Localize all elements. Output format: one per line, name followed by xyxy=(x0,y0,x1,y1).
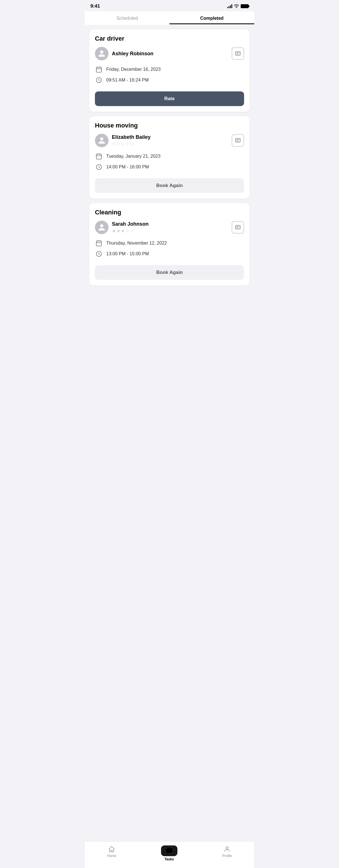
task-card-car-driver: Car driver Ashley Robinson xyxy=(89,29,250,112)
star-3-sarah: ★ xyxy=(121,228,125,234)
status-icons xyxy=(227,4,249,9)
provider-info-elizabeth: Elizabeth Bailey ☆ ☆ ☆ ☆ ☆ xyxy=(112,134,150,147)
task-title-house-moving: House moving xyxy=(95,122,244,129)
message-button-sarah[interactable] xyxy=(232,221,244,234)
bottom-nav: Home Tasks Profile xyxy=(85,841,254,868)
message-button-elizabeth[interactable] xyxy=(232,134,244,147)
svg-rect-8 xyxy=(96,241,102,246)
status-bar: 9:41 xyxy=(85,0,254,11)
star-5: ☆ xyxy=(130,141,134,147)
date-text-cleaning: Thursday, November 12, 2022 xyxy=(106,241,167,246)
star-1: ☆ xyxy=(112,141,116,147)
star-4-sarah: ☆ xyxy=(125,228,130,234)
battery-icon xyxy=(241,4,249,8)
svg-rect-4 xyxy=(235,138,241,142)
rating-stars-sarah: ★ ★ ★ ☆ ☆ xyxy=(112,228,149,234)
signal-icon xyxy=(227,4,232,8)
time-text-car-driver: 09:51 AM - 16:24 PM xyxy=(106,78,149,83)
main-content: Car driver Ashley Robinson xyxy=(85,25,254,318)
nav-home[interactable]: Home xyxy=(102,844,122,862)
tab-scheduled[interactable]: Scheduled xyxy=(85,11,169,24)
svg-rect-10 xyxy=(166,848,172,852)
time-row-house-moving: 14:00 PM - 16:00 PM xyxy=(95,163,244,171)
provider-row-house-moving: Elizabeth Bailey ☆ ☆ ☆ ☆ ☆ xyxy=(95,134,244,147)
tab-bar: Scheduled Completed xyxy=(85,11,254,25)
task-title-car-driver: Car driver xyxy=(95,35,244,42)
provider-name-sarah: Sarah Johnson xyxy=(112,221,149,227)
book-again-button-house-moving[interactable]: Book Again xyxy=(95,178,244,193)
star-1-sarah: ★ xyxy=(112,228,116,234)
date-row-car-driver: Friday, December 16, 2023 xyxy=(95,65,244,73)
date-row-house-moving: Tuesday, January 21, 2023 xyxy=(95,152,244,160)
provider-info-ashley: Ashley Robinson xyxy=(112,51,153,57)
book-again-button-cleaning[interactable]: Book Again xyxy=(95,265,244,280)
star-2: ☆ xyxy=(116,141,120,147)
task-title-cleaning: Cleaning xyxy=(95,209,244,216)
svg-rect-1 xyxy=(235,52,241,55)
time-row-car-driver: 09:51 AM - 16:24 PM xyxy=(95,76,244,84)
nav-profile-label: Profile xyxy=(222,854,232,858)
task-card-cleaning: Cleaning Sarah Johnson ★ ★ ★ xyxy=(89,203,250,285)
provider-left-cleaning: Sarah Johnson ★ ★ ★ ☆ ☆ xyxy=(95,221,149,234)
svg-rect-7 xyxy=(235,225,241,229)
time-text-cleaning: 13:00 PM - 15:00 PM xyxy=(106,251,149,256)
star-2-sarah: ★ xyxy=(116,228,120,234)
rating-stars-elizabeth: ☆ ☆ ☆ ☆ ☆ xyxy=(112,141,150,147)
provider-info-sarah: Sarah Johnson ★ ★ ★ ☆ ☆ xyxy=(112,221,149,234)
clock-icon-house-moving xyxy=(95,163,103,171)
calendar-icon-house-moving xyxy=(95,152,103,160)
provider-left-car-driver: Ashley Robinson xyxy=(95,47,153,60)
date-text-car-driver: Friday, December 16, 2023 xyxy=(106,67,161,72)
svg-rect-5 xyxy=(96,154,102,159)
star-3: ☆ xyxy=(121,141,125,147)
provider-left-house-moving: Elizabeth Bailey ☆ ☆ ☆ ☆ ☆ xyxy=(95,134,150,147)
task-card-house-moving: House moving Elizabeth Bailey ☆ ☆ ☆ xyxy=(89,116,250,198)
clock-icon-car-driver xyxy=(95,76,103,84)
nav-tasks-bg xyxy=(161,845,177,856)
provider-name-ashley: Ashley Robinson xyxy=(112,51,153,57)
provider-row-cleaning: Sarah Johnson ★ ★ ★ ☆ ☆ xyxy=(95,221,244,234)
star-4: ☆ xyxy=(125,141,130,147)
avatar-elizabeth xyxy=(95,134,109,147)
rate-button-car-driver[interactable]: Rate xyxy=(95,91,244,106)
star-5-sarah: ☆ xyxy=(130,228,134,234)
clock-icon-cleaning xyxy=(95,250,103,258)
time-text-house-moving: 14:00 PM - 16:00 PM xyxy=(106,164,149,169)
avatar-ashley xyxy=(95,47,109,60)
svg-rect-2 xyxy=(96,67,102,72)
date-text-house-moving: Tuesday, January 21, 2023 xyxy=(106,154,161,159)
status-time: 9:41 xyxy=(90,3,100,9)
provider-name-elizabeth: Elizabeth Bailey xyxy=(112,134,150,140)
svg-point-11 xyxy=(226,846,228,849)
nav-profile[interactable]: Profile xyxy=(217,844,237,862)
date-row-cleaning: Thursday, November 12, 2022 xyxy=(95,239,244,247)
nav-home-label: Home xyxy=(107,854,116,858)
nav-tasks[interactable]: Tasks xyxy=(156,844,183,862)
time-row-cleaning: 13:00 PM - 15:00 PM xyxy=(95,250,244,258)
calendar-icon-car-driver xyxy=(95,65,103,73)
avatar-sarah xyxy=(95,221,109,234)
task-list: Car driver Ashley Robinson xyxy=(85,25,254,290)
calendar-icon-cleaning xyxy=(95,239,103,247)
tab-completed[interactable]: Completed xyxy=(169,11,254,24)
wifi-icon xyxy=(234,4,239,9)
provider-row-car-driver: Ashley Robinson xyxy=(95,47,244,60)
message-button-ashley[interactable] xyxy=(232,48,244,60)
nav-tasks-label: Tasks xyxy=(164,857,174,861)
